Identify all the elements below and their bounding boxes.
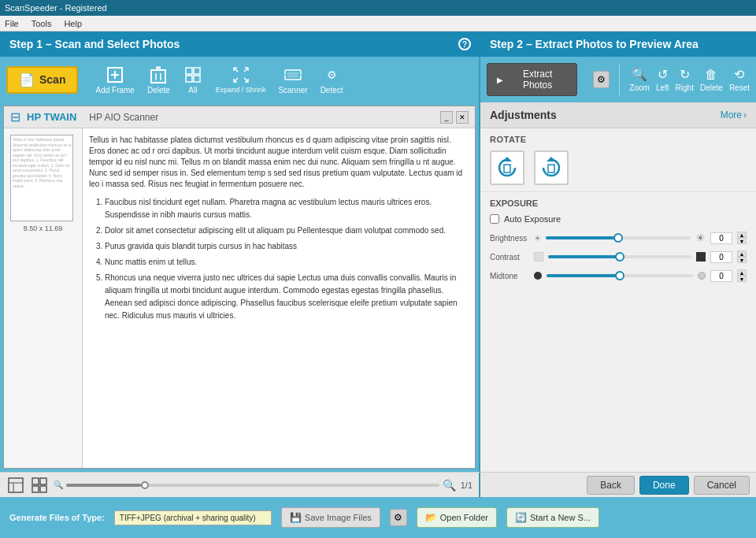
contrast-spinners: ▲ ▼ <box>737 250 747 263</box>
brightness-value[interactable] <box>710 232 732 244</box>
add-frame-label: Add Frame <box>95 86 134 95</box>
more-button[interactable]: More › <box>721 109 747 121</box>
auto-exposure-checkbox[interactable] <box>490 214 499 224</box>
scanner-button[interactable]: Scanner <box>273 62 312 98</box>
menu-file[interactable]: File <box>5 19 19 28</box>
scan-button[interactable]: 📄 Scan <box>6 66 78 94</box>
menu-bar: File Tools Help <box>0 16 756 32</box>
scanner-area: ⊟ HP TWAIN HP AIO Scanner _ ✕ <box>0 102 479 472</box>
expand-shrink-label: Expand / Shrink <box>216 86 266 94</box>
scanner-body: Tellus in hac habitasse platea dictumst … <box>4 128 475 468</box>
contrast-value[interactable] <box>710 251 732 263</box>
delete2-icon: 🗑 <box>705 68 717 82</box>
brightness-low-icon: ☀ <box>534 234 541 243</box>
scan-list: Faucibus nisl tincidunt eget nullam. Pha… <box>89 196 469 322</box>
done-button[interactable]: Done <box>639 476 689 495</box>
midtone-down[interactable]: ▼ <box>737 276 747 282</box>
zoom-label: Zoom <box>629 83 650 92</box>
save-image-files-button[interactable]: 💾 Save Image Files <box>281 507 380 528</box>
brightness-high-icon: ☀ <box>695 232 706 244</box>
open-folder-button[interactable]: 📂 Open Folder <box>417 507 497 528</box>
brightness-down[interactable]: ▼ <box>737 238 747 244</box>
delete-label: Delete <box>147 86 170 95</box>
step1-label: Step 1 – Scan and Select Photos <box>9 38 180 50</box>
delete2-button[interactable]: 🗑 Delete <box>700 68 723 92</box>
zoom-slider[interactable] <box>66 479 439 492</box>
contrast-up[interactable]: ▲ <box>737 250 747 257</box>
zoom-button[interactable]: 🔍 Zoom <box>629 67 650 92</box>
more-label: More <box>721 109 742 121</box>
auto-exposure-label[interactable]: Auto Exposure <box>504 214 561 224</box>
minimize-button[interactable]: _ <box>440 111 453 124</box>
contrast-slider[interactable] <box>548 250 691 263</box>
new-scan-icon: 🔄 <box>515 512 527 523</box>
rotate-left-icon: ↺ <box>658 67 668 82</box>
toolbar2-separator <box>619 64 620 95</box>
extract-settings-button[interactable]: ⚙ <box>593 71 610 88</box>
midtone-slider[interactable] <box>547 269 693 282</box>
step1-header: Step 1 – Scan and Select Photos ? <box>0 32 480 57</box>
adjustments-title: Adjustments <box>490 109 557 121</box>
menu-tools[interactable]: Tools <box>32 19 52 28</box>
rotate-title: Rotate <box>490 135 747 144</box>
scanner-label: Scanner <box>278 86 307 95</box>
bottom-bar-right: Back Done Cancel <box>480 473 756 497</box>
app-title: ScanSpeeder - Registered <box>5 3 107 13</box>
right-panel: Adjustments More › Rotate <box>480 102 756 472</box>
scanner-logo-icon: ⊟ <box>10 109 20 124</box>
rotate-left-button[interactable]: ↺ Left <box>656 67 669 92</box>
zoom-icon: 🔍 <box>632 67 647 82</box>
delete-icon <box>149 65 168 84</box>
midtone-up[interactable]: ▲ <box>737 269 747 276</box>
contrast-down[interactable]: ▼ <box>737 257 747 263</box>
midtone-value[interactable] <box>710 270 732 282</box>
add-frame-button[interactable]: Add Frame <box>91 62 139 98</box>
expand-shrink-button[interactable]: Expand / Shrink <box>211 62 271 97</box>
cancel-button[interactable]: Cancel <box>694 476 750 495</box>
rotate-right-icon: ↻ <box>680 67 690 82</box>
brightness-up[interactable]: ▲ <box>737 232 747 238</box>
scan-main: Tellus in hac habitasse platea dictumst … <box>83 128 475 468</box>
back-button[interactable]: Back <box>587 476 635 495</box>
contrast-low-icon <box>534 252 543 262</box>
title-bar-left: ScanSpeeder - Registered <box>5 3 107 13</box>
reset-button[interactable]: ⟲ Reset <box>729 67 750 92</box>
file-type-input[interactable] <box>114 510 272 525</box>
delete-button[interactable]: Delete <box>143 62 175 98</box>
svg-rect-37 <box>40 486 46 492</box>
svg-rect-35 <box>40 478 46 484</box>
adjustments-header: Adjustments More › <box>480 102 756 128</box>
view-icon-2[interactable] <box>30 476 49 495</box>
toolbar: 📄 Scan Add Frame Delete All <box>0 57 756 102</box>
contrast-high-icon <box>696 252 706 262</box>
help-icon[interactable]: ? <box>458 38 471 50</box>
open-folder-label: Open Folder <box>440 513 488 522</box>
rotate-section: Rotate <box>480 128 756 192</box>
scan-thumbnail: Tellus in hac habitasse platea dictumst … <box>10 135 73 221</box>
menu-help[interactable]: Help <box>64 19 82 28</box>
bottom-bar: 🔍 🔍 1/1 Back Done Cancel <box>0 472 756 497</box>
save-settings-button[interactable]: ⚙ <box>390 509 407 526</box>
new-scan-button[interactable]: 🔄 Start a New S... <box>506 507 599 528</box>
midtone-spinners: ▲ ▼ <box>737 269 747 282</box>
brightness-slider[interactable] <box>546 232 691 244</box>
rotate-right-button[interactable]: ↻ Right <box>676 67 694 92</box>
all-button[interactable]: All <box>178 62 208 98</box>
rotate-left-btn[interactable] <box>490 150 524 185</box>
toolbar-1: 📄 Scan Add Frame Delete All <box>0 57 480 102</box>
list-item: Purus gravida quis blandit turpis cursus… <box>105 240 469 253</box>
reset-label: Reset <box>729 83 750 92</box>
close-button[interactable]: ✕ <box>456 111 469 124</box>
new-scan-label: Start a New S... <box>530 513 591 522</box>
midtone-light-icon <box>698 272 706 280</box>
all-icon <box>183 65 202 84</box>
view-icon-1[interactable] <box>6 476 25 495</box>
contrast-row: Contrast ▲ ▼ <box>490 250 747 263</box>
reset-icon: ⟲ <box>734 67 744 82</box>
save-icon: 💾 <box>290 512 302 523</box>
detect-button[interactable]: ⚙ Detect <box>316 62 348 98</box>
scan-text: Tellus in hac habitasse platea dictumst … <box>89 135 469 190</box>
extract-photos-button[interactable]: ▶ Extract Photos <box>487 63 577 96</box>
rotate-right-btn[interactable] <box>534 150 569 185</box>
list-item: Dolor sit amet consectetur adipiscing el… <box>105 224 469 237</box>
